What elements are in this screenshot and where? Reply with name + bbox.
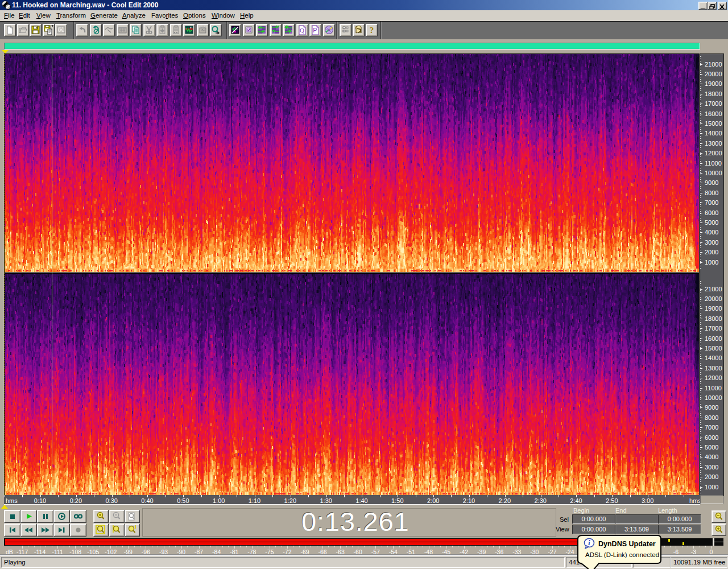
svg-text:P: P [313,27,317,34]
svg-text:Q: Q [300,27,304,34]
svg-text:?: ? [370,26,374,35]
